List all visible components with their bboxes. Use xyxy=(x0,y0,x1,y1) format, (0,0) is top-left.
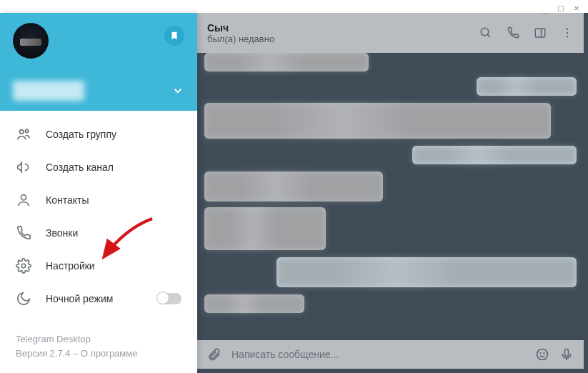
message-in[interactable] xyxy=(204,294,304,313)
svg-point-15 xyxy=(21,264,26,268)
window-close-button[interactable]: × xyxy=(571,3,582,14)
svg-point-4 xyxy=(567,29,568,30)
app-name-label: Telegram Desktop xyxy=(16,332,181,347)
message-in[interactable] xyxy=(204,207,326,250)
moon-icon xyxy=(16,291,31,307)
gear-icon xyxy=(16,258,31,274)
search-icon[interactable] xyxy=(479,26,492,39)
message-in[interactable] xyxy=(204,53,369,71)
menu-item-new-channel[interactable]: Создать канал xyxy=(0,151,197,184)
chat-title: Сыч xyxy=(207,22,479,34)
group-icon xyxy=(16,126,31,142)
saved-messages-button[interactable] xyxy=(164,26,184,46)
expand-accounts-button[interactable] xyxy=(171,84,184,97)
message-list[interactable] xyxy=(197,53,584,340)
avatar[interactable] xyxy=(13,23,49,59)
svg-rect-2 xyxy=(535,29,545,37)
drawer-footer: Telegram Desktop Версия 2.7.4 – О програ… xyxy=(0,322,197,373)
svg-point-6 xyxy=(567,36,568,37)
profile-name xyxy=(13,81,84,101)
menu-item-calls[interactable]: Звонки xyxy=(0,217,197,249)
menu-item-contacts[interactable]: Контакты xyxy=(0,184,197,217)
menu-item-label: Звонки xyxy=(46,227,78,239)
call-icon[interactable] xyxy=(507,26,519,39)
sidepanel-icon[interactable] xyxy=(534,26,547,39)
message-out[interactable] xyxy=(276,257,577,287)
chat-title-block[interactable]: Сыч был(а) недавно xyxy=(207,22,479,44)
message-in[interactable] xyxy=(204,171,383,202)
message-composer xyxy=(197,340,584,369)
voice-icon[interactable] xyxy=(559,347,574,362)
menu-item-label: Создать группу xyxy=(46,129,116,140)
window-minimize-button[interactable]: _ xyxy=(539,3,551,14)
menu-item-settings[interactable]: Настройки xyxy=(0,249,197,282)
main-menu-drawer: Создать группу Создать канал Контакты Зв… xyxy=(0,13,197,373)
svg-point-14 xyxy=(21,195,26,200)
drawer-header xyxy=(0,13,197,111)
person-icon xyxy=(16,192,31,208)
window-controls: _ □ × xyxy=(539,3,582,14)
message-out[interactable] xyxy=(477,77,577,96)
megaphone-icon xyxy=(16,159,31,175)
attach-icon[interactable] xyxy=(207,347,221,362)
app-version-label[interactable]: Версия 2.7.4 – О программе xyxy=(16,347,181,361)
svg-point-0 xyxy=(481,28,489,36)
chat-header: Сыч был(а) недавно xyxy=(197,13,584,53)
emoji-icon[interactable] xyxy=(535,347,549,362)
menu-item-label: Контакты xyxy=(46,194,89,206)
chat-status: был(а) недавно xyxy=(207,34,479,44)
svg-point-8 xyxy=(540,353,541,354)
message-out[interactable] xyxy=(412,146,577,164)
svg-rect-10 xyxy=(565,349,569,357)
svg-point-7 xyxy=(537,349,548,360)
message-input[interactable] xyxy=(231,349,525,360)
night-mode-toggle[interactable] xyxy=(157,293,181,304)
window-maximize-button[interactable]: □ xyxy=(555,3,567,14)
menu-item-night-mode[interactable]: Ночной режим xyxy=(0,282,197,315)
svg-point-9 xyxy=(544,353,544,354)
menu-item-label: Ночной режим xyxy=(46,293,113,304)
more-icon[interactable] xyxy=(561,26,574,39)
svg-line-1 xyxy=(487,34,490,37)
svg-point-5 xyxy=(567,32,568,34)
svg-point-13 xyxy=(25,129,28,132)
message-in[interactable] xyxy=(204,103,551,139)
menu-item-label: Настройки xyxy=(46,260,95,272)
menu-item-new-group[interactable]: Создать группу xyxy=(0,118,197,151)
phone-icon xyxy=(16,225,31,241)
svg-point-12 xyxy=(20,130,24,134)
chat-header-actions xyxy=(479,26,574,39)
drawer-menu: Создать группу Создать канал Контакты Зв… xyxy=(0,111,197,322)
menu-item-label: Создать канал xyxy=(46,161,114,173)
